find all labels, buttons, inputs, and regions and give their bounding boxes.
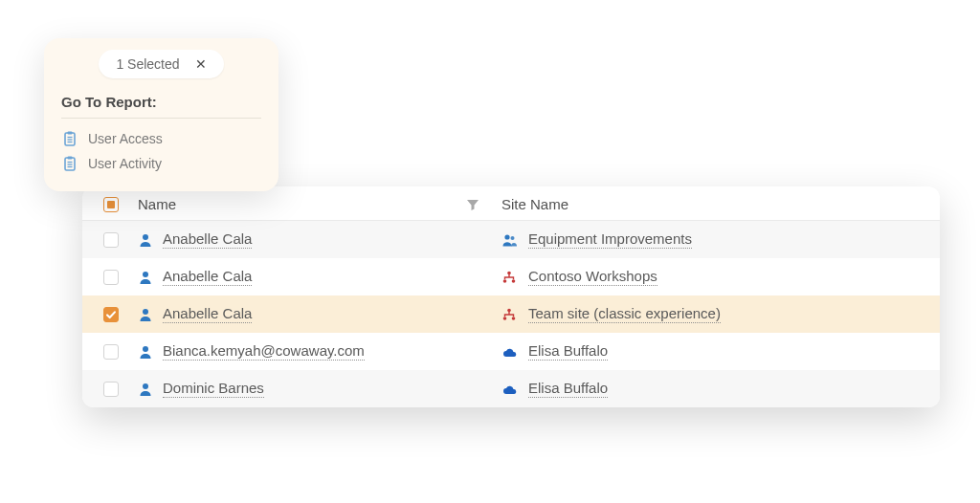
table-row: Bianca.kemyah@cowaway.comElisa Buffalo <box>82 333 940 370</box>
org-icon <box>501 270 519 285</box>
row-checkbox[interactable] <box>103 232 119 248</box>
popup-title: Go To Report: <box>61 94 261 119</box>
indeterminate-mark <box>107 201 115 208</box>
row-checkbox-cell <box>103 270 138 285</box>
popup-header: 1 Selected ✕ <box>44 38 278 84</box>
report-link-label: User Access <box>88 131 163 146</box>
org-icon <box>501 307 519 322</box>
clipboard-icon <box>61 155 78 172</box>
site-link[interactable]: Equipment Improvements <box>528 230 692 249</box>
table-row: Anabelle CalaTeam site (classic experien… <box>82 295 940 333</box>
row-checkbox[interactable] <box>103 307 119 322</box>
name-link[interactable]: Anabelle Cala <box>163 230 252 249</box>
results-table: Name Site Name Anabelle CalaEquipment Im… <box>82 186 940 407</box>
user-icon <box>138 307 153 322</box>
name-cell: Dominic Barnes <box>138 380 501 398</box>
user-icon <box>138 382 153 397</box>
row-checkbox[interactable] <box>103 344 119 360</box>
site-link[interactable]: Team site (classic experience) <box>528 305 721 323</box>
cloud-icon <box>501 344 519 360</box>
selection-count-label: 1 Selected <box>116 56 179 72</box>
name-cell: Bianca.kemyah@cowaway.com <box>138 342 501 361</box>
selection-popup: 1 Selected ✕ Go To Report: User Access U… <box>44 38 278 191</box>
selection-pill: 1 Selected ✕ <box>99 50 223 78</box>
row-checkbox-cell <box>103 232 138 248</box>
popup-body: Go To Report: User Access User Activity <box>44 84 278 191</box>
user-icon <box>138 344 153 360</box>
clipboard-icon <box>61 130 78 147</box>
site-link[interactable]: Elisa Buffalo <box>528 342 608 361</box>
name-link[interactable]: Anabelle Cala <box>163 305 252 323</box>
row-checkbox[interactable] <box>103 382 119 397</box>
site-cell: Team site (classic experience) <box>501 305 919 323</box>
report-link-user-activity[interactable]: User Activity <box>61 151 261 176</box>
name-link[interactable]: Bianca.kemyah@cowaway.com <box>163 342 365 361</box>
filter-icon[interactable] <box>465 197 480 212</box>
table-row: Dominic BarnesElisa Buffalo <box>82 370 940 407</box>
site-cell: Contoso Workshops <box>501 268 919 286</box>
header-checkbox-cell <box>103 197 138 212</box>
column-header-label: Site Name <box>501 196 568 212</box>
row-checkbox-cell <box>103 307 138 322</box>
row-checkbox[interactable] <box>103 270 119 285</box>
site-link[interactable]: Contoso Workshops <box>528 268 657 286</box>
group-icon <box>501 232 519 248</box>
site-link[interactable]: Elisa Buffalo <box>528 380 608 398</box>
name-cell: Anabelle Cala <box>138 268 501 286</box>
name-link[interactable]: Dominic Barnes <box>163 380 264 398</box>
site-cell: Elisa Buffalo <box>501 380 919 398</box>
table-header-row: Name Site Name <box>82 186 940 221</box>
report-link-user-access[interactable]: User Access <box>61 126 261 151</box>
site-cell: Elisa Buffalo <box>501 342 919 361</box>
user-icon <box>138 232 153 248</box>
table-body: Anabelle CalaEquipment ImprovementsAnabe… <box>82 221 940 407</box>
row-checkbox-cell <box>103 344 138 360</box>
table-row: Anabelle CalaContoso Workshops <box>82 258 940 295</box>
cloud-icon <box>501 382 519 397</box>
name-cell: Anabelle Cala <box>138 305 501 323</box>
select-all-checkbox[interactable] <box>103 197 119 212</box>
column-header-site[interactable]: Site Name <box>501 196 919 212</box>
name-link[interactable]: Anabelle Cala <box>163 268 252 286</box>
site-cell: Equipment Improvements <box>501 230 919 249</box>
table-row: Anabelle CalaEquipment Improvements <box>82 221 940 258</box>
column-header-label: Name <box>138 196 176 212</box>
row-checkbox-cell <box>103 382 138 397</box>
column-header-name[interactable]: Name <box>138 196 501 212</box>
clear-selection-button[interactable]: ✕ <box>195 57 207 71</box>
user-icon <box>138 270 153 285</box>
report-link-label: User Activity <box>88 156 162 171</box>
name-cell: Anabelle Cala <box>138 230 501 249</box>
